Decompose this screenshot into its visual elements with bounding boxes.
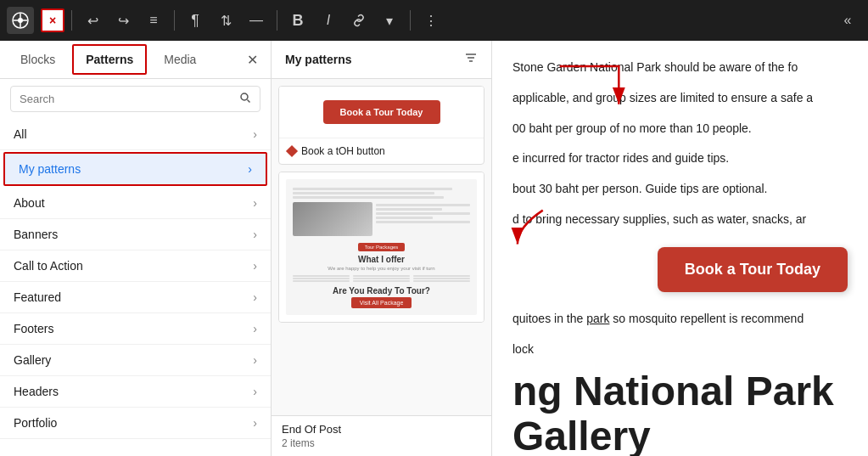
chevron-right-icon: › [253, 290, 257, 304]
pattern-preview-end-of-post: Tour Packages What I offer We are happy … [279, 172, 484, 322]
panel-tabs: Blocks Patterns Media ✕ [0, 41, 271, 79]
chevron-right-icon: › [253, 322, 257, 335]
pattern-card-book-tour[interactable]: Book a Tour Today Book a tOH button [278, 86, 484, 165]
search-bar [10, 86, 260, 112]
cta-button-container: Book a Tour Today [512, 247, 848, 292]
pattern-preview-book-tour: Book a Tour Today [279, 87, 484, 138]
left-panel: Blocks Patterns Media ✕ All › My pattern… [0, 41, 272, 456]
more-options-button[interactable]: ⋮ [417, 7, 445, 34]
svg-point-1 [18, 18, 23, 23]
undo-button[interactable]: ↩ [79, 7, 106, 34]
format-dropdown-button[interactable]: ▾ [376, 7, 403, 34]
patterns-list: Book a Tour Today Book a tOH button [272, 79, 491, 415]
article-text: Stone Garden National Park should be awa… [512, 58, 848, 230]
filter-icon[interactable] [464, 51, 478, 68]
toolbar-separator-3 [277, 10, 277, 31]
search-input[interactable] [20, 93, 234, 105]
page-heading: ng National Park Gallery [512, 369, 848, 456]
article-text-2: quitoes in the park so mosquito repellen… [512, 309, 848, 360]
tab-patterns[interactable]: Patterns [72, 44, 147, 75]
close-sidebar-button[interactable]: × [41, 8, 64, 32]
chevron-right-icon: › [253, 127, 257, 141]
chevron-right-icon: › [253, 196, 257, 210]
wp-logo-button[interactable] [7, 7, 34, 34]
toolbar-separator-4 [410, 10, 411, 31]
main-content: Blocks Patterns Media ✕ All › My pattern… [0, 41, 868, 456]
cta-button[interactable]: Book a Tour Today [658, 247, 848, 292]
tab-media[interactable]: Media [150, 42, 210, 78]
pattern-card-end-of-post[interactable]: Tour Packages What I offer We are happy … [278, 172, 484, 323]
nav-list: All › My patterns › About › Banners › Ca… [0, 119, 271, 456]
line-button[interactable]: — [243, 7, 270, 34]
collapse-button[interactable]: « [834, 7, 861, 34]
diamond-icon [286, 145, 298, 157]
chevron-right-icon: › [253, 385, 257, 398]
nav-item-featured[interactable]: Featured › [0, 282, 271, 313]
book-tour-preview-button: Book a Tour Today [323, 100, 440, 124]
patterns-panel-header: My patterns [272, 41, 491, 79]
nav-item-about[interactable]: About › [0, 188, 271, 219]
patterns-footer: End Of Post 2 items [272, 415, 491, 456]
bold-button[interactable]: B [284, 7, 311, 34]
item-count: 2 items [282, 437, 481, 449]
patterns-panel: My patterns Book a Tour Today Book a tOH… [272, 41, 492, 456]
section-inner-preview: Tour Packages What I offer We are happy … [286, 179, 477, 315]
arrows-button[interactable]: ⇅ [212, 7, 239, 34]
nav-item-call-to-action[interactable]: Call to Action › [0, 251, 271, 282]
chevron-right-icon: › [248, 162, 252, 176]
tab-blocks[interactable]: Blocks [7, 42, 69, 78]
search-icon[interactable] [239, 92, 251, 106]
right-content: Stone Garden National Park should be awa… [492, 41, 868, 456]
nav-item-all[interactable]: All › [0, 119, 271, 150]
chevron-right-icon: › [253, 228, 257, 241]
toolbar-separator [71, 10, 72, 31]
toolbar: × ↩ ↪ ≡ ¶ ⇅ — B I ▾ ⋮ « [0, 0, 868, 41]
nav-item-banners[interactable]: Banners › [0, 219, 271, 251]
link-button[interactable] [345, 7, 372, 34]
pattern-label-book-tour: Book a tOH button [279, 138, 484, 164]
redo-button[interactable]: ↪ [109, 7, 137, 34]
paragraph-button[interactable]: ¶ [182, 7, 209, 34]
list-view-button[interactable]: ≡ [140, 7, 167, 34]
nav-item-footers[interactable]: Footers › [0, 313, 271, 345]
panel-close-button[interactable]: ✕ [240, 48, 264, 71]
nav-item-gallery[interactable]: Gallery › [0, 345, 271, 376]
patterns-panel-title: My patterns [285, 53, 352, 66]
park-link[interactable]: park [586, 312, 609, 325]
nav-item-headers[interactable]: Headers › [0, 376, 271, 408]
chevron-right-icon: › [253, 416, 257, 430]
italic-button[interactable]: I [315, 7, 342, 34]
nav-item-my-patterns[interactable]: My patterns › [3, 152, 267, 186]
end-of-post-label: End Of Post [282, 423, 481, 436]
chevron-right-icon: › [253, 353, 257, 367]
nav-item-portfolio[interactable]: Portfolio › [0, 408, 271, 439]
chevron-right-icon: › [253, 259, 257, 273]
toolbar-separator-2 [174, 10, 175, 31]
svg-point-2 [241, 93, 248, 100]
